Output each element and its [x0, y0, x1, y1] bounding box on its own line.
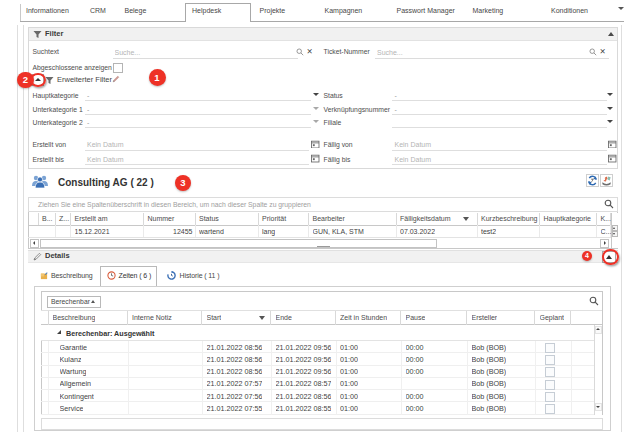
tab-overflow-icon[interactable]	[618, 7, 624, 10]
filter-left-select-1-label: Unterkategorie 1	[33, 104, 83, 115]
filter-collapse-icon[interactable]	[608, 32, 614, 36]
times-row-2-ersteller: Bob (BOB)	[472, 367, 507, 377]
filter-right-select-2-arrow-icon[interactable]	[607, 120, 613, 123]
tab-informationen[interactable]: Informationen	[26, 5, 69, 17]
times-row-1-ersteller: Bob (BOB)	[472, 355, 507, 365]
filter-left-select-0-label: Hauptkategorie	[33, 90, 79, 101]
tab-passwort-manager[interactable]: Passwort Manager	[397, 5, 455, 17]
tickets-col-header-0-label: B...	[42, 214, 53, 224]
filter-left-select-0-arrow-icon[interactable]	[313, 93, 319, 96]
filter-right-select-1-label: Verknüpfungsnummer	[324, 104, 391, 115]
tickets-row-value-nummer: 12455	[144, 227, 193, 237]
window-nest-line-left-outer	[17, 25, 18, 432]
filter-right-select-0-label: Status	[324, 90, 343, 101]
times-row-0-start: 21.01.2022 08:56	[207, 343, 263, 353]
tab-crm[interactable]: CRM	[90, 5, 106, 17]
times-row-2-start: 21.01.2022 08:56	[207, 367, 263, 377]
ticket-clear-icon[interactable]: ✕	[600, 46, 608, 58]
filter-right-select-1[interactable]	[392, 102, 607, 115]
details-panel-title: Details	[45, 250, 70, 262]
tickets-hscroll-thumb[interactable]	[40, 239, 437, 248]
ticket-input[interactable]	[375, 46, 609, 59]
times-row-5-start: 21.01.2022 07:55	[207, 404, 263, 414]
tickets-col-header-5-label: Priorität	[262, 214, 286, 224]
times-row-5-geplant-checkbox[interactable]	[545, 404, 555, 414]
times-col-line	[48, 341, 49, 415]
times-row-2-beschreibung: Wartung	[60, 367, 87, 377]
filter-right-select-0[interactable]	[392, 89, 607, 102]
tickets-vscroll-up-icon	[613, 227, 615, 229]
filter-left-date-1-label: Erstellt bis	[33, 154, 64, 165]
times-vscroll-down-icon	[596, 406, 600, 408]
tickets-row-cell-9[interactable]	[540, 225, 597, 237]
export-icon	[601, 175, 612, 186]
tickets-row-underline	[28, 237, 619, 238]
times-row-1-ende: 21.01.2022 09:56	[276, 355, 332, 365]
times-search-icon[interactable]	[589, 296, 599, 306]
times-col-line	[571, 341, 572, 415]
filter-right-select-0-arrow-icon[interactable]	[607, 93, 613, 96]
splitter-grip[interactable]	[317, 246, 330, 248]
times-row-0-geplant-checkbox[interactable]	[545, 343, 555, 353]
suchtext-search-icon[interactable]	[296, 48, 304, 56]
tab-belege[interactable]: Belege	[125, 5, 147, 17]
times-row-5-ende: 21.01.2022 08:55	[276, 404, 332, 414]
filter-right-date-1-label: Fällig bis	[324, 154, 351, 165]
times-row-0-beschreibung: Garantie	[60, 343, 88, 353]
times-row-1-geplant-checkbox[interactable]	[545, 355, 555, 365]
tickets-row-cell-0[interactable]	[39, 225, 56, 237]
group-chip-sort-icon	[91, 300, 95, 303]
filter-left-select-2[interactable]	[85, 116, 312, 129]
times-indicator-col	[41, 311, 49, 325]
times-row-1-zeit: 01:00	[340, 355, 358, 365]
times-col-line	[271, 341, 272, 415]
filter-right-date-0-calendar-icon[interactable]	[608, 140, 617, 149]
times-hscroll-strip[interactable]	[41, 418, 603, 431]
details-panel-header[interactable]	[28, 250, 619, 264]
filter-right-date-1-value: Kein Datum	[395, 154, 432, 165]
filter-left-select-0[interactable]	[85, 89, 312, 102]
times-row-1-pause: 00:00	[406, 355, 424, 365]
historie-tab-icon	[167, 271, 176, 280]
filter-panel-header[interactable]	[29, 28, 618, 41]
tickets-row-value-faelligkeitsdatum: 07.03.2022	[400, 227, 435, 237]
ticket-label: Ticket-Nummer	[324, 46, 370, 58]
annotation-ring-details-toggle	[602, 249, 619, 266]
times-row-1-beschreibung: Kulanz	[60, 355, 82, 365]
filter-left-date-0-calendar-icon[interactable]	[311, 140, 320, 149]
zeiten-tab-clock-icon	[107, 271, 116, 280]
suchtext-label: Suchtext	[33, 46, 59, 58]
erweitert-edit-icon[interactable]	[112, 75, 120, 83]
times-row-0-pause: 00:00	[406, 343, 424, 353]
tab-projekte[interactable]: Projekte	[260, 5, 286, 17]
tab-kampagnen[interactable]: Kampagnen	[325, 5, 363, 17]
times-row-2-pause: 00:00	[406, 367, 424, 377]
tab-helpdesk[interactable]: Helpdesk	[192, 5, 221, 17]
times-row-3-geplant-checkbox[interactable]	[545, 380, 555, 390]
times-col-header-1-label: Interne Notiz	[132, 313, 172, 323]
times-col-line	[128, 341, 129, 415]
filter-right-date-0-value: Kein Datum	[395, 139, 432, 150]
filter-left-date-1-calendar-icon[interactable]	[311, 154, 320, 163]
ticket-search-icon[interactable]	[589, 48, 597, 56]
tickets-row-value-prioritaet: lang	[262, 227, 275, 237]
filter-right-select-2[interactable]	[392, 116, 607, 129]
abgeschlossene-checkbox[interactable]	[113, 63, 123, 73]
times-row-4-beschreibung: Kontingent	[60, 392, 94, 402]
times-row-4-geplant-checkbox[interactable]	[545, 392, 555, 402]
tab-konditionen[interactable]: Konditionen	[551, 5, 588, 17]
times-row-2-geplant-checkbox[interactable]	[545, 367, 555, 377]
suchtext-clear-icon[interactable]: ✕	[307, 46, 315, 58]
times-group-row-label: Berechenbar: Ausgewählt	[66, 328, 154, 339]
annotation-ring-filter-toggle	[30, 73, 46, 87]
tickets-row-cell-1[interactable]	[56, 225, 72, 237]
filter-right-select-1-arrow-icon[interactable]	[607, 107, 613, 110]
filter-right-select-0-value: -	[395, 90, 397, 101]
filter-right-date-1-calendar-icon[interactable]	[608, 154, 617, 163]
tab-marketing[interactable]: Marketing	[473, 5, 504, 17]
filter-left-select-1[interactable]	[85, 102, 312, 115]
tickets-search-icon[interactable]	[604, 199, 614, 209]
filter-left-select-1-arrow-icon[interactable]	[313, 107, 319, 110]
suchtext-input[interactable]	[113, 46, 298, 59]
filter-left-select-2-arrow-icon[interactable]	[313, 120, 319, 123]
